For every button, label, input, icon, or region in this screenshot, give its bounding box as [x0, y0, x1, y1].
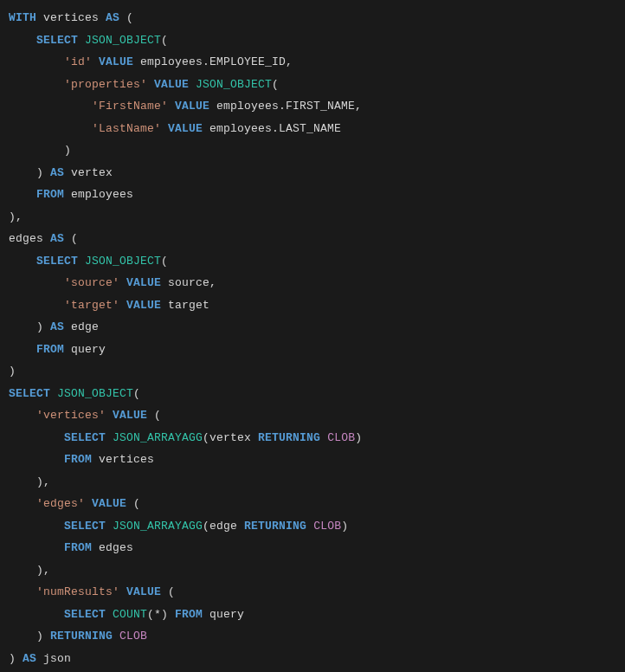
- token-id: (vertex: [203, 431, 258, 444]
- token-op: [113, 630, 119, 643]
- token-op: [147, 78, 154, 91]
- token-id: edges: [92, 541, 133, 554]
- token-op: [106, 608, 113, 621]
- token-fn: JSON_OBJECT: [85, 34, 161, 47]
- token-op: (: [147, 409, 161, 422]
- token-op: [78, 34, 85, 47]
- token-op: ): [9, 144, 71, 157]
- token-op: [9, 55, 64, 68]
- token-kw: AS: [50, 166, 64, 179]
- code-line: edges AS (: [9, 228, 616, 250]
- token-op: [106, 520, 113, 533]
- token-op: ),: [9, 564, 50, 577]
- code-line: FROM edges: [9, 537, 616, 559]
- token-kw: SELECT: [9, 387, 50, 400]
- code-line: ) AS vertex: [9, 162, 616, 184]
- code-line: 'target' VALUE target: [9, 294, 616, 317]
- code-line: SELECT JSON_OBJECT(: [9, 383, 616, 405]
- token-id: employees.FIRST_NAME,: [209, 100, 362, 113]
- token-fn: JSON_OBJECT: [57, 387, 133, 400]
- token-kw: SELECT: [36, 255, 78, 268]
- sql-code-block[interactable]: WITH vertices AS ( SELECT JSON_OBJECT( '…: [0, 0, 625, 672]
- token-kw: FROM: [36, 343, 64, 356]
- token-op: [9, 520, 64, 533]
- code-line: 'edges' VALUE (: [9, 493, 616, 515]
- token-ret: CLOB: [327, 431, 355, 444]
- token-id: vertices: [92, 453, 154, 466]
- token-op: [9, 497, 36, 510]
- token-op: [168, 100, 175, 113]
- token-op: [9, 453, 64, 466]
- token-kw: VALUE: [126, 299, 161, 312]
- code-line: ): [9, 360, 616, 383]
- token-op: [78, 255, 85, 268]
- token-id: edges: [9, 232, 50, 245]
- token-op: (*): [147, 608, 175, 621]
- token-op: [50, 387, 57, 400]
- token-str: 'properties': [64, 78, 147, 91]
- token-op: [9, 188, 36, 201]
- token-id: query: [64, 343, 106, 356]
- token-kw: FROM: [175, 608, 203, 621]
- token-kw: AS: [23, 652, 36, 665]
- token-kw: VALUE: [99, 55, 133, 68]
- code-line: WITH vertices AS (: [9, 7, 616, 29]
- token-str: 'target': [64, 299, 119, 312]
- token-op: [189, 78, 196, 91]
- code-line: 'vertices' VALUE (: [9, 404, 616, 427]
- token-kw: FROM: [64, 541, 92, 554]
- token-op: (: [64, 232, 78, 245]
- token-op: [85, 497, 92, 510]
- token-kw: AS: [50, 320, 64, 333]
- code-line: ),: [9, 471, 616, 494]
- token-fn: COUNT: [113, 608, 147, 621]
- token-kw: FROM: [36, 188, 64, 201]
- token-op: ): [9, 166, 50, 179]
- token-op: ),: [9, 210, 23, 223]
- token-ret: CLOB: [119, 630, 147, 643]
- token-str: 'FirstName': [92, 100, 168, 113]
- token-op: [9, 78, 64, 91]
- token-kw: VALUE: [92, 497, 126, 510]
- token-kw: AS: [106, 11, 119, 24]
- token-op: [92, 55, 99, 68]
- token-id: vertices: [36, 11, 106, 24]
- token-op: [9, 100, 92, 113]
- token-kw: VALUE: [126, 585, 161, 598]
- token-kw: RETURNING: [258, 431, 320, 444]
- token-id: query: [203, 608, 244, 621]
- token-str: 'LastName': [92, 122, 161, 135]
- token-id: target: [161, 299, 209, 312]
- code-line: ) AS edge: [9, 316, 616, 339]
- code-line: 'numResults' VALUE (: [9, 581, 616, 604]
- token-op: (: [133, 387, 140, 400]
- token-op: [106, 409, 113, 422]
- code-line: 'properties' VALUE JSON_OBJECT(: [9, 74, 616, 96]
- token-op: [119, 276, 126, 289]
- token-fn: JSON_ARRAYAGG: [113, 431, 203, 444]
- token-str: 'numResults': [36, 585, 119, 598]
- token-id: employees.EMPLOYEE_ID,: [133, 55, 293, 68]
- token-op: ): [9, 365, 16, 378]
- token-kw: SELECT: [64, 431, 106, 444]
- token-op: ): [9, 630, 50, 643]
- token-op: [161, 122, 168, 135]
- token-op: (: [161, 255, 168, 268]
- token-op: [9, 276, 64, 289]
- token-op: (: [126, 497, 140, 510]
- token-op: [9, 431, 64, 444]
- code-line: FROM employees: [9, 184, 616, 206]
- token-op: [106, 431, 113, 444]
- token-op: [9, 122, 92, 135]
- token-op: [320, 431, 327, 444]
- token-op: (: [161, 34, 168, 47]
- token-id: vertex: [64, 166, 113, 179]
- token-op: ): [9, 652, 23, 665]
- token-fn: JSON_OBJECT: [85, 255, 161, 268]
- token-op: [306, 520, 313, 533]
- token-str: 'edges': [36, 497, 85, 510]
- code-line: 'LastName' VALUE employees.LAST_NAME: [9, 118, 616, 140]
- token-op: [119, 585, 126, 598]
- token-kw: VALUE: [154, 78, 189, 91]
- token-kw: VALUE: [113, 409, 147, 422]
